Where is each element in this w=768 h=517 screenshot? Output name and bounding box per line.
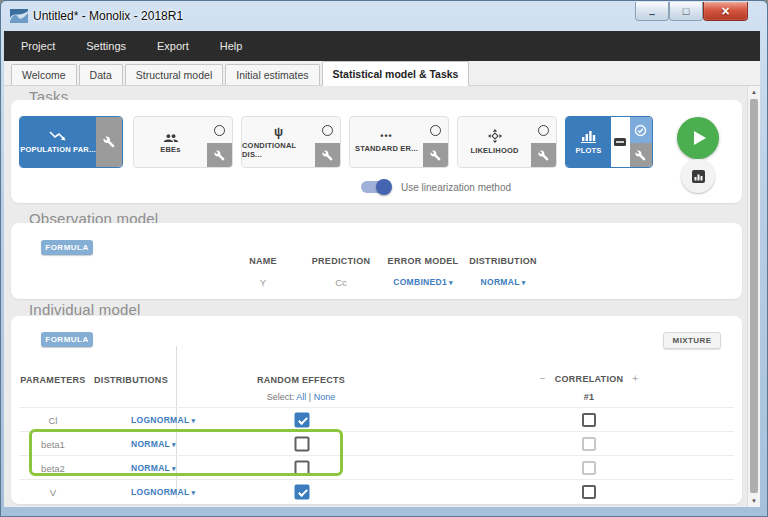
- run-button[interactable]: [677, 117, 719, 159]
- minimize-button[interactable]: –: [635, 2, 669, 21]
- task-standard-errors[interactable]: ••• STANDARD ER...: [349, 116, 449, 168]
- parameter-row-cl: Cl LOGNORMAL▾: [19, 407, 734, 431]
- results-button[interactable]: [681, 159, 715, 193]
- mixture-button[interactable]: MIXTURE: [663, 332, 721, 349]
- vertical-scrollbar[interactable]: ▲ ▼: [747, 86, 760, 507]
- distribution-dropdown[interactable]: LOGNORMAL▾: [131, 415, 195, 425]
- task-conditional-distribution[interactable]: ψ CONDITIONAL DIS...: [241, 116, 341, 168]
- chevron-down-icon: ▾: [449, 279, 453, 286]
- distribution-dropdown[interactable]: LOGNORMAL▾: [131, 487, 195, 497]
- menu-export[interactable]: Export: [157, 40, 189, 52]
- ebes-people-icon: [163, 131, 179, 142]
- distribution-dropdown[interactable]: NORMAL▾: [131, 439, 176, 449]
- menu-help[interactable]: Help: [220, 40, 243, 52]
- correlation-remove-button[interactable]: −: [540, 373, 546, 384]
- population-parameters-icon: [49, 130, 67, 142]
- wrench-icon: [214, 150, 225, 161]
- wrench-icon: [538, 150, 549, 161]
- correlation-group-label: #1: [584, 392, 595, 402]
- likelihood-radio[interactable]: [538, 125, 549, 136]
- correlation-checkbox[interactable]: [582, 413, 596, 427]
- tab-initial-estimates[interactable]: Initial estimates: [225, 64, 319, 85]
- obs-value-prediction: Cc: [335, 277, 347, 288]
- correlation-checkbox[interactable]: [582, 485, 596, 499]
- wrench-icon: [635, 150, 646, 161]
- menu-project[interactable]: Project: [21, 40, 55, 52]
- task-plots[interactable]: PLOTS: [565, 116, 653, 168]
- title-bar: Untitled* - Monolix - 2018R1 – □ ×: [1, 1, 768, 31]
- ebes-radio[interactable]: [214, 125, 225, 136]
- monolix-window: Untitled* - Monolix - 2018R1 – □ × Proje…: [0, 0, 768, 517]
- plots-select-all-button[interactable]: [630, 117, 652, 143]
- conditional-distribution-radio[interactable]: [322, 125, 333, 136]
- scroll-down-icon[interactable]: ▼: [748, 498, 760, 504]
- likelihood-icon: [488, 129, 502, 143]
- chevron-down-icon: ▾: [191, 417, 195, 424]
- plots-settings-button[interactable]: [630, 143, 652, 167]
- maximize-button[interactable]: □: [669, 2, 703, 21]
- standard-errors-icon: •••: [380, 132, 392, 141]
- tab-structural-model[interactable]: Structural model: [125, 64, 223, 85]
- conditional-distribution-settings-button[interactable]: [315, 143, 340, 167]
- random-effect-checkbox[interactable]: [295, 484, 310, 499]
- toggle-knob: [376, 179, 392, 195]
- scroll-up-icon[interactable]: ▲: [748, 89, 760, 95]
- parameter-name: beta2: [41, 462, 65, 473]
- results-chart-icon: [692, 170, 705, 183]
- maximize-icon: □: [683, 6, 690, 17]
- error-model-dropdown[interactable]: COMBINED1▾: [393, 277, 453, 287]
- chevron-down-icon: ▾: [522, 279, 526, 286]
- random-effect-checkbox[interactable]: [295, 412, 310, 427]
- linearization-label: Use linearization method: [401, 182, 511, 193]
- ind-header-parameters: PARAMETERS: [20, 375, 85, 385]
- obs-distribution-dropdown[interactable]: NORMAL▾: [481, 277, 526, 287]
- conditional-distribution-icon: ψ: [274, 126, 283, 138]
- monolix-app-icon: [10, 9, 28, 23]
- random-effect-checkbox[interactable]: [295, 436, 310, 451]
- parameter-row-beta1: beta1 NORMAL▾: [19, 431, 734, 455]
- ebes-settings-button[interactable]: [207, 143, 232, 167]
- correlation-add-button[interactable]: +: [632, 373, 638, 384]
- menu-settings[interactable]: Settings: [86, 40, 126, 52]
- task-ebes[interactable]: EBEs: [133, 116, 233, 168]
- tab-data[interactable]: Data: [79, 64, 123, 85]
- standard-errors-settings-button[interactable]: [423, 143, 448, 167]
- parameter-name: Cl: [49, 414, 58, 425]
- distribution-dropdown[interactable]: NORMAL▾: [131, 463, 176, 473]
- chevron-down-icon: ▾: [172, 465, 176, 472]
- check-circle-icon: [634, 124, 647, 137]
- ind-header-correlation: − CORRELATION +: [540, 373, 638, 384]
- tab-welcome[interactable]: Welcome: [11, 64, 77, 85]
- tab-bar: Welcome Data Structural model Initial es…: [4, 61, 760, 86]
- ind-header-distributions: DISTRIBUTIONS: [94, 375, 168, 385]
- task-likelihood[interactable]: LIKELIHOOD: [457, 116, 557, 168]
- obs-header-name: NAME: [249, 256, 277, 266]
- obs-header-distribution: DISTRIBUTION: [469, 256, 537, 266]
- scrollbar-thumb[interactable]: [750, 99, 758, 493]
- select-none-link[interactable]: None: [314, 392, 336, 402]
- likelihood-settings-button[interactable]: [531, 143, 556, 167]
- random-effect-checkbox[interactable]: [295, 460, 310, 475]
- chevron-down-icon: ▾: [172, 441, 176, 448]
- linearization-toggle[interactable]: [361, 181, 391, 193]
- parameter-row-v: V LOGNORMAL▾: [19, 479, 734, 503]
- close-icon: ×: [721, 4, 729, 18]
- plots-chart-icon: [581, 130, 597, 143]
- parameter-row-beta2: beta2 NORMAL▾: [19, 455, 734, 479]
- wrench-icon: [430, 150, 441, 161]
- observation-formula-button[interactable]: FORMULA: [41, 240, 93, 255]
- plots-list-icon: [614, 138, 626, 146]
- select-all-link[interactable]: All: [296, 392, 306, 402]
- correlation-checkbox: [582, 461, 596, 475]
- ind-header-random-effects: RANDOM EFFECTS: [257, 375, 345, 385]
- tab-statistical-model-tasks[interactable]: Statistical model & Tasks: [322, 61, 470, 86]
- close-button[interactable]: ×: [703, 2, 748, 21]
- obs-header-prediction: PREDICTION: [312, 256, 371, 266]
- population-parameters-settings-button[interactable]: [96, 117, 122, 167]
- individual-formula-button[interactable]: FORMULA: [41, 332, 93, 347]
- parameter-name: beta1: [41, 438, 65, 449]
- standard-errors-radio[interactable]: [430, 125, 441, 136]
- plots-selection-button[interactable]: [611, 117, 630, 167]
- play-icon: [694, 131, 706, 145]
- task-population-parameters[interactable]: POPULATION PAR...: [19, 116, 123, 168]
